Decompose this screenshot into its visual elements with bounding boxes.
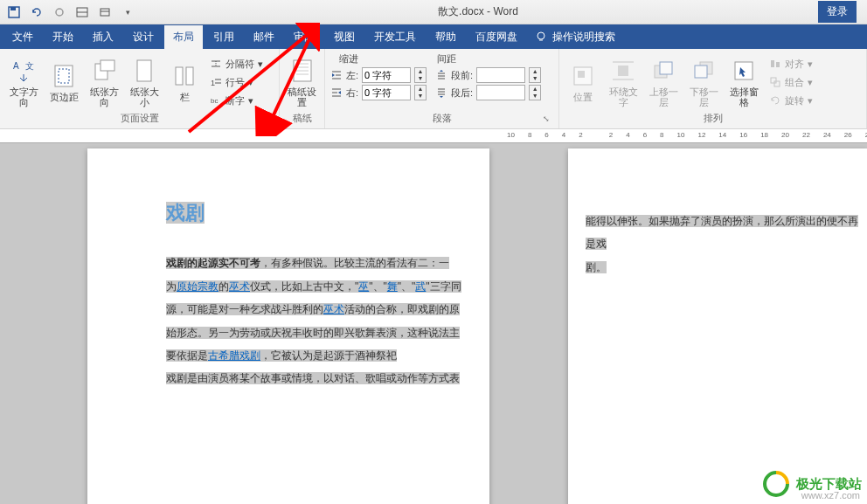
space-after-spinner[interactable]: ▲▼ bbox=[529, 85, 541, 100]
arrange-label: 排列 bbox=[565, 112, 861, 125]
space-before-input[interactable] bbox=[476, 67, 525, 83]
quick-access-toolbar: ▾ bbox=[3, 2, 138, 23]
svg-rect-48 bbox=[660, 62, 672, 74]
ribbon-display-icon[interactable] bbox=[94, 2, 115, 23]
undo-icon[interactable] bbox=[26, 2, 47, 23]
indent-right-input[interactable] bbox=[362, 85, 411, 100]
wrap-text-button: 环绕文字 bbox=[605, 52, 642, 112]
indent-right-label: 右: bbox=[346, 86, 358, 100]
link-witchcraft1[interactable]: 巫术 bbox=[229, 280, 250, 293]
indent-left-input[interactable] bbox=[362, 67, 411, 83]
ribbon: A文 文字方向 页边距 纸张方向 纸张大小 栏 分隔符 ▾ 1行号 ▾ bbox=[0, 49, 867, 129]
svg-point-2 bbox=[56, 9, 63, 16]
link-wu2[interactable]: 舞 bbox=[387, 280, 398, 293]
space-before-spinner[interactable]: ▲▼ bbox=[529, 67, 541, 83]
wrap-icon bbox=[609, 57, 637, 85]
link-greek-drama[interactable]: 古希腊戏剧 bbox=[208, 349, 260, 362]
tab-home[interactable]: 开始 bbox=[44, 25, 82, 49]
redo-icon[interactable] bbox=[49, 2, 70, 23]
indent-left-icon bbox=[330, 69, 343, 81]
document-page-1[interactable]: 戏剧 戏剧的起源实不可考，有多种假说。比较主流的看法有二：一 为原始宗教的巫术仪… bbox=[87, 148, 489, 504]
group-manuscript: 稿纸设置 稿纸 bbox=[280, 49, 325, 128]
indent-right-spinner[interactable]: ▲▼ bbox=[414, 85, 427, 100]
hyphenation-icon: bc bbox=[210, 94, 222, 107]
tab-review[interactable]: 审阅 bbox=[285, 25, 323, 49]
selection-pane-button[interactable]: 选择窗格 bbox=[725, 52, 762, 112]
horizontal-ruler[interactable]: 10864224681012141618202224262830323436 bbox=[0, 129, 867, 143]
line-numbers-button[interactable]: 1行号 ▾ bbox=[206, 74, 267, 91]
space-before-icon bbox=[435, 69, 447, 81]
svg-text:1: 1 bbox=[211, 79, 215, 87]
tab-mailings[interactable]: 邮件 bbox=[245, 25, 283, 49]
hyphenation-button[interactable]: bc断字 ▾ bbox=[206, 93, 267, 109]
ribbon-tabs: 文件 开始 插入 设计 布局 引用 邮件 审阅 视图 开发工具 帮助 百度网盘 … bbox=[0, 24, 867, 49]
tab-layout[interactable]: 布局 bbox=[164, 25, 203, 49]
svg-point-58 bbox=[773, 481, 779, 487]
tab-devtools[interactable]: 开发工具 bbox=[365, 25, 425, 49]
margins-button[interactable]: 页边距 bbox=[45, 52, 82, 112]
svg-rect-53 bbox=[776, 62, 780, 67]
tab-design[interactable]: 设计 bbox=[124, 25, 163, 49]
svg-rect-5 bbox=[101, 9, 109, 16]
group-icon bbox=[769, 76, 781, 88]
indent-left-spinner[interactable]: ▲▼ bbox=[414, 67, 427, 83]
tab-insert[interactable]: 插入 bbox=[84, 25, 122, 49]
watermark: 极光下载站 www.xz7.com bbox=[761, 469, 862, 499]
indent-left-label: 左: bbox=[346, 69, 358, 82]
document-page-2[interactable]: 能得以伸张。如果抛弃了演员的扮演，那么所演出的便不再是戏 剧。 bbox=[568, 148, 867, 504]
link-religion[interactable]: 原始宗教 bbox=[177, 280, 218, 293]
tab-view[interactable]: 视图 bbox=[325, 25, 364, 49]
svg-rect-17 bbox=[186, 67, 193, 85]
paragraph-launcher[interactable]: ⤡ bbox=[541, 114, 551, 125]
align-button: 对齐 ▾ bbox=[766, 56, 816, 72]
link-wu1[interactable]: 巫 bbox=[358, 280, 369, 293]
svg-rect-44 bbox=[618, 66, 628, 76]
paragraph-label: 段落 bbox=[433, 113, 452, 123]
tab-help[interactable]: 帮助 bbox=[427, 25, 465, 49]
bring-forward-button: 上移一层 bbox=[645, 52, 682, 112]
svg-point-7 bbox=[538, 32, 544, 39]
breaks-button[interactable]: 分隔符 ▾ bbox=[206, 56, 267, 72]
rotate-button: 旋转 ▾ bbox=[766, 93, 816, 109]
customize-qat-icon[interactable]: ▾ bbox=[117, 2, 138, 23]
space-after-icon bbox=[435, 86, 447, 99]
tell-me-search[interactable]: 操作说明搜索 bbox=[528, 30, 622, 45]
selection-pane-icon bbox=[730, 57, 758, 85]
orientation-icon bbox=[90, 57, 118, 85]
space-before-label: 段前: bbox=[451, 69, 473, 82]
columns-icon bbox=[170, 62, 198, 90]
login-button[interactable]: 登录 bbox=[818, 1, 857, 23]
svg-rect-1 bbox=[10, 7, 16, 10]
breaks-icon bbox=[210, 58, 222, 70]
tab-references[interactable]: 引用 bbox=[205, 25, 243, 49]
svg-rect-15 bbox=[137, 60, 151, 81]
page-setup-label: 页面设置 bbox=[121, 113, 159, 123]
text-direction-button[interactable]: A文 文字方向 bbox=[5, 52, 42, 112]
tab-file[interactable]: 文件 bbox=[3, 25, 42, 49]
document-area: 10864224681012141618202224262830323436 戏… bbox=[0, 129, 867, 504]
page-setup-launcher[interactable]: ⤡ bbox=[261, 114, 272, 125]
touch-mode-icon[interactable] bbox=[72, 2, 93, 23]
indent-header: 缩进 bbox=[339, 52, 358, 66]
orientation-button[interactable]: 纸张方向 bbox=[86, 52, 122, 112]
svg-rect-14 bbox=[101, 60, 114, 71]
rotate-icon bbox=[769, 94, 781, 107]
spacing-header: 间距 bbox=[437, 52, 456, 66]
tab-baidu[interactable]: 百度网盘 bbox=[467, 25, 526, 49]
send-backward-icon bbox=[690, 57, 718, 85]
title-bar: ▾ 散文.docx - Word 登录 bbox=[0, 0, 867, 24]
save-icon[interactable] bbox=[3, 2, 24, 23]
svg-rect-55 bbox=[774, 81, 780, 86]
space-after-input[interactable] bbox=[476, 85, 525, 100]
link-witchcraft2[interactable]: 巫术 bbox=[323, 303, 344, 315]
manuscript-settings-button[interactable]: 稿纸设置 bbox=[285, 52, 319, 112]
size-button[interactable]: 纸张大小 bbox=[126, 52, 163, 112]
columns-button[interactable]: 栏 bbox=[166, 52, 203, 112]
svg-text:文: 文 bbox=[25, 61, 34, 71]
window-title: 散文.docx - Word bbox=[138, 4, 818, 19]
link-wu3[interactable]: 武 bbox=[415, 280, 426, 293]
doc-heading: 戏剧 bbox=[166, 202, 205, 224]
size-icon bbox=[130, 57, 158, 85]
svg-rect-43 bbox=[578, 71, 585, 78]
group-paragraph: 缩进 间距 左: ▲▼ 段前: ▲▼ 右: ▲▼ 段后: bbox=[325, 49, 559, 128]
